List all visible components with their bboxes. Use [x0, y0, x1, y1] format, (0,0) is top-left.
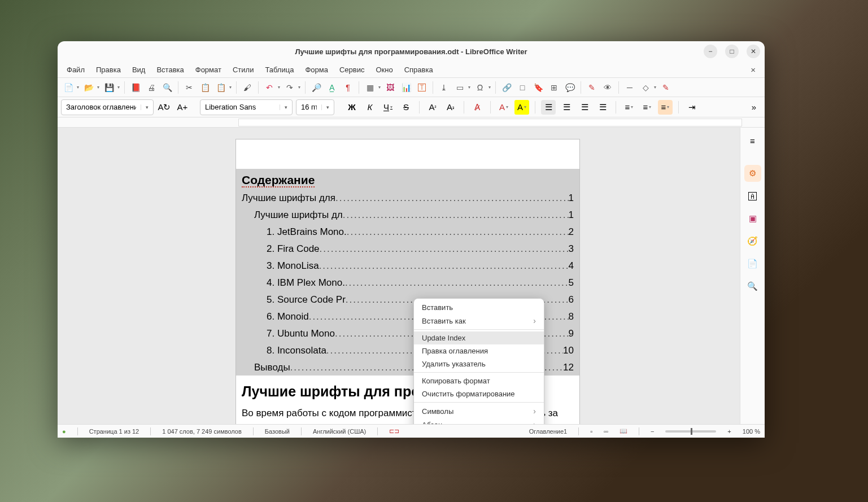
font-name-input[interactable]	[200, 100, 280, 115]
context-menu-item[interactable]: Правка оглавления	[414, 344, 544, 357]
underline-button[interactable]: Ч▾	[381, 100, 395, 115]
paragraph-style-input[interactable]	[62, 100, 141, 115]
context-menu-item[interactable]: Удалить указатель	[414, 357, 544, 370]
outline-button[interactable]: ≡▾	[658, 100, 673, 115]
menu-styles[interactable]: Стили	[228, 64, 258, 76]
horizontal-ruler[interactable]	[238, 119, 742, 126]
view-single-page-icon[interactable]: ▫	[590, 428, 592, 435]
basic-shapes-icon[interactable]: ◇	[638, 80, 653, 95]
subscript-button[interactable]: A₂	[443, 100, 458, 115]
superscript-button[interactable]: A²	[425, 100, 440, 115]
font-size-combo[interactable]: ▾	[296, 99, 334, 115]
new-style-icon[interactable]: A+	[175, 100, 190, 115]
context-menu-item[interactable]: Копировать формат	[414, 374, 544, 387]
toc-entry[interactable]: 1. JetBrains Mono.......................…	[242, 226, 574, 238]
view-book-icon[interactable]: 📖	[620, 427, 627, 435]
dropdown-icon[interactable]: ▾	[228, 85, 233, 90]
insert-chart-icon[interactable]: 📊	[399, 80, 413, 95]
undo-icon[interactable]: ↶	[262, 80, 277, 95]
dropdown-icon[interactable]: ▾	[653, 85, 657, 90]
find-replace-icon[interactable]: 🔎	[309, 80, 324, 95]
page-break-icon[interactable]: ⤓	[437, 80, 451, 95]
track-changes-icon[interactable]: ✎	[585, 80, 599, 95]
zoom-slider[interactable]	[665, 430, 716, 433]
insert-textbox-icon[interactable]: 🅃	[415, 80, 429, 95]
highlight-color-button[interactable]: A▾	[514, 100, 529, 115]
save-icon[interactable]: 💾	[102, 80, 116, 95]
toc-entry[interactable]: 3. MonoLisa.............................…	[242, 260, 574, 272]
sidebar-toggle-icon[interactable]: ≡	[744, 132, 761, 149]
menu-window[interactable]: Окно	[371, 64, 397, 76]
status-words[interactable]: 1 047 слов, 7 249 символов	[162, 428, 242, 435]
bookmark-icon[interactable]: 🔖	[531, 80, 546, 95]
maximize-button[interactable]: □	[725, 45, 739, 58]
close-button[interactable]: ✕	[747, 45, 760, 58]
dropdown-icon[interactable]: ▾	[467, 85, 472, 90]
sidebar-page-icon[interactable]: 📄	[744, 255, 761, 272]
status-insert-mode-icon[interactable]: ⊏⊐	[389, 427, 399, 435]
document-canvas[interactable]: Содержание Лучшие шрифты для............…	[58, 128, 740, 424]
insert-table-icon[interactable]: ▦	[363, 80, 377, 95]
increase-indent-button[interactable]: ⇥	[684, 100, 699, 115]
context-menu-item[interactable]: Очистить форматирование	[414, 387, 544, 400]
menu-table[interactable]: Таблица	[260, 64, 298, 76]
toc-entry[interactable]: 2. Fira Code............................…	[242, 243, 574, 255]
clear-formatting-icon[interactable]: A̷	[470, 100, 485, 115]
line-icon[interactable]: ─	[622, 80, 637, 95]
dropdown-icon[interactable]: ▾	[280, 104, 292, 110]
status-language[interactable]: Английский (США)	[313, 428, 366, 435]
context-menu-item[interactable]: Абзац	[414, 418, 544, 424]
footnote-icon[interactable]: □	[515, 80, 530, 95]
menu-insert[interactable]: Вставка	[152, 64, 188, 76]
status-style[interactable]: Базовый	[265, 428, 290, 435]
formatting-marks-icon[interactable]: ¶	[341, 80, 355, 95]
toc-entry[interactable]: Лучшие шрифты дл........................…	[242, 209, 574, 221]
numbered-list-button[interactable]: ≡▾	[640, 100, 655, 115]
draw-functions-icon[interactable]: ✎	[658, 80, 673, 95]
dropdown-icon[interactable]: ▾	[141, 104, 153, 110]
insert-symbol-icon[interactable]: Ω	[473, 80, 487, 95]
dropdown-icon[interactable]: ▾	[321, 104, 334, 110]
export-pdf-icon[interactable]: 📕	[128, 80, 143, 95]
copy-icon[interactable]: 📋	[198, 80, 212, 95]
zoom-out-button[interactable]: −	[651, 428, 654, 435]
paragraph-style-combo[interactable]: ▾	[61, 99, 154, 115]
insert-field-icon[interactable]: ▭	[452, 80, 467, 95]
strikethrough-button[interactable]: S	[399, 100, 413, 115]
context-menu-item[interactable]: Update Index	[414, 331, 544, 344]
spellcheck-icon[interactable]: A̲	[325, 80, 339, 95]
menu-help[interactable]: Справка	[400, 64, 438, 76]
show-changes-icon[interactable]: 👁	[600, 80, 615, 95]
font-name-combo[interactable]: ▾	[200, 99, 293, 115]
print-icon[interactable]: 🖨	[144, 80, 159, 95]
menu-form[interactable]: Форма	[300, 64, 333, 76]
sidebar-navigator-icon[interactable]: 🧭	[744, 233, 761, 250]
dropdown-icon[interactable]: ▾	[96, 85, 101, 90]
cross-reference-icon[interactable]: ⊞	[547, 80, 561, 95]
save-indicator-icon[interactable]: ●	[62, 428, 66, 435]
sidebar-properties-icon[interactable]: ⚙	[744, 165, 761, 182]
minimize-button[interactable]: −	[704, 45, 717, 58]
context-menu-item[interactable]: Вставить как	[414, 314, 544, 328]
comment-icon[interactable]: 💬	[562, 80, 577, 95]
sidebar-gallery-icon[interactable]: ▣	[744, 210, 761, 227]
align-right-button[interactable]: ☰	[577, 100, 592, 115]
view-multi-page-icon[interactable]: ▫▫	[604, 428, 608, 435]
bullet-list-button[interactable]: ≡▾	[622, 100, 636, 115]
clone-formatting-icon[interactable]: 🖌	[240, 80, 255, 95]
menu-view[interactable]: Вид	[128, 64, 150, 76]
menu-tools[interactable]: Сервис	[335, 64, 369, 76]
context-menu-item[interactable]: Символы	[414, 404, 544, 418]
context-menu-item[interactable]: Вставить	[414, 301, 544, 314]
open-icon[interactable]: 📂	[81, 80, 96, 95]
hyperlink-icon[interactable]: 🔗	[499, 80, 514, 95]
dropdown-icon[interactable]: ▾	[277, 85, 281, 90]
align-left-button[interactable]: ☰	[541, 100, 556, 115]
print-preview-icon[interactable]: 🔍	[160, 80, 175, 95]
update-style-icon[interactable]: A↻	[157, 100, 172, 115]
font-color-button[interactable]: A▾	[496, 100, 511, 115]
status-page[interactable]: Страница 1 из 12	[89, 428, 139, 435]
menu-format[interactable]: Формат	[191, 64, 226, 76]
menu-file[interactable]: Файл	[62, 64, 89, 76]
toolbar-overflow-icon[interactable]: »	[747, 100, 761, 115]
